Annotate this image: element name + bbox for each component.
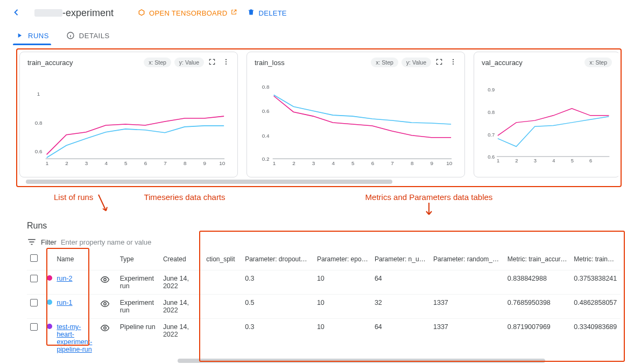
table-row: run-2 Experiment run June 14, 2022 0.3 1…: [27, 270, 621, 295]
col-metric-train-acc[interactable]: Metric: train_accuracy: [504, 251, 570, 270]
svg-text:0.4: 0.4: [262, 133, 270, 139]
svg-point-19: [453, 61, 454, 62]
page-header: -experiment OPEN TENSORBOARD DELETE: [0, 0, 627, 26]
svg-point-48: [103, 303, 106, 305]
svg-text:5: 5: [571, 158, 574, 163]
chip-y[interactable]: y: Value: [401, 58, 431, 67]
select-all-checkbox[interactable]: [30, 254, 38, 262]
svg-text:2: 2: [292, 160, 295, 166]
cell-p1: [203, 295, 242, 319]
back-arrow-icon[interactable]: [9, 5, 24, 22]
table-header-row: Name Type Created ction_split Parameter:…: [27, 251, 621, 270]
svg-text:6: 6: [371, 160, 375, 166]
visibility-icon[interactable]: [100, 303, 110, 310]
run-color-dot: [47, 275, 52, 281]
svg-text:10: 10: [446, 160, 452, 166]
more-vert-icon[interactable]: [222, 58, 230, 67]
col-type[interactable]: Type: [117, 251, 160, 270]
cell-p2: 0.5: [242, 295, 314, 319]
svg-text:2: 2: [515, 158, 518, 163]
svg-text:9: 9: [431, 160, 434, 166]
svg-text:3: 3: [85, 160, 88, 166]
arrow-down-icon: [95, 192, 111, 215]
svg-text:0.9: 0.9: [488, 87, 495, 92]
visibility-icon[interactable]: [100, 279, 110, 286]
chart-plot: 0.9 0.8 0.7 0.6 123456: [482, 70, 612, 173]
chip-y[interactable]: y: Value: [174, 58, 204, 67]
chip-x[interactable]: x: Step: [371, 58, 398, 67]
col-metric-train-loss[interactable]: Metric: train_loss: [570, 251, 621, 270]
col-param-randomstate[interactable]: Parameter: random_state: [430, 251, 504, 270]
filter-label: Filter: [41, 238, 57, 246]
fullscreen-icon[interactable]: [208, 58, 216, 67]
cell-created: June 14, 2022: [160, 295, 203, 319]
col-name[interactable]: Name: [53, 251, 96, 270]
more-vert-icon[interactable]: [449, 58, 457, 67]
row-checkbox[interactable]: [30, 275, 38, 282]
chart-title: val_accuracy: [482, 59, 523, 67]
cell-p2: 0.3: [242, 319, 314, 358]
svg-text:6: 6: [589, 158, 592, 163]
chip-x[interactable]: x: Step: [584, 58, 612, 67]
run-link[interactable]: test-my-heart-experiment-pipeline-run: [57, 323, 92, 353]
cell-p4: 32: [371, 295, 430, 319]
annotation-metrics: Metrics and Parameters data tables: [365, 192, 493, 202]
filter-row: Filter: [27, 236, 621, 251]
arrow-down-icon: [424, 202, 434, 218]
info-icon: [66, 31, 75, 40]
svg-text:5: 5: [351, 160, 355, 166]
play-icon: [15, 31, 24, 40]
svg-text:7: 7: [164, 160, 167, 166]
svg-text:1: 1: [37, 91, 40, 97]
svg-point-3: [226, 63, 227, 65]
tab-details[interactable]: DETAILS: [64, 27, 112, 45]
col-param-dropout[interactable]: Parameter: dropout_rate: [242, 251, 314, 270]
fullscreen-icon[interactable]: [435, 58, 443, 67]
chart-row: train_accuracy x: Step y: Value: [19, 52, 618, 177]
cell-p3: 10: [314, 270, 371, 295]
cell-m2: 0.3340983689: [570, 319, 621, 358]
svg-text:0.7: 0.7: [488, 132, 495, 138]
open-tensorboard-button[interactable]: OPEN TENSORBOARD: [137, 9, 237, 17]
run-link[interactable]: run-2: [57, 275, 72, 282]
horizontal-scrollbar[interactable]: [178, 359, 545, 363]
cell-p5: [430, 270, 504, 295]
row-checkbox[interactable]: [30, 323, 38, 331]
tab-runs[interactable]: RUNS: [13, 27, 51, 45]
col-param-nunits[interactable]: Parameter: n_units: [371, 251, 430, 270]
svg-point-49: [103, 327, 106, 330]
chart-card-train-loss: train_loss x: Step y: Value: [246, 52, 465, 177]
obscured-text: [34, 9, 62, 17]
svg-text:3: 3: [534, 158, 537, 163]
svg-text:5: 5: [124, 160, 128, 166]
svg-text:7: 7: [391, 160, 394, 166]
col-param-epochs[interactable]: Parameter: epochs: [314, 251, 371, 270]
col-created[interactable]: Created: [160, 251, 203, 270]
svg-text:0.6: 0.6: [35, 148, 43, 154]
svg-point-47: [103, 279, 106, 281]
svg-text:0.2: 0.2: [262, 156, 270, 162]
cell-p5: 1337: [430, 319, 504, 358]
delete-button[interactable]: DELETE: [247, 8, 286, 18]
svg-text:9: 9: [203, 160, 207, 166]
annotation-list-of-runs: List of runs: [54, 192, 93, 202]
svg-text:1: 1: [46, 160, 49, 166]
svg-text:6: 6: [144, 160, 147, 166]
visibility-icon[interactable]: [100, 327, 110, 334]
chip-x[interactable]: x: Step: [144, 58, 171, 67]
col-param-split[interactable]: ction_split: [203, 251, 242, 270]
cell-m2: 0.3753838241: [570, 270, 621, 295]
filter-icon[interactable]: [27, 237, 37, 247]
chart-plot: 0.8 0.6 0.4 0.2 12345678910: [255, 70, 457, 173]
chart-title: train_loss: [255, 59, 285, 67]
svg-text:0.8: 0.8: [35, 120, 43, 126]
filter-input[interactable]: [61, 238, 201, 246]
cell-p2: 0.3: [242, 270, 314, 295]
svg-text:0.8: 0.8: [488, 110, 495, 115]
row-checkbox[interactable]: [30, 299, 38, 306]
run-link[interactable]: run-1: [57, 299, 72, 306]
cell-m1: 0.8719007969: [504, 319, 570, 358]
table-row: run-1 Experiment run June 14, 2022 0.5 1…: [27, 295, 621, 319]
trash-icon: [247, 8, 255, 18]
horizontal-scrollbar[interactable]: [26, 180, 392, 184]
